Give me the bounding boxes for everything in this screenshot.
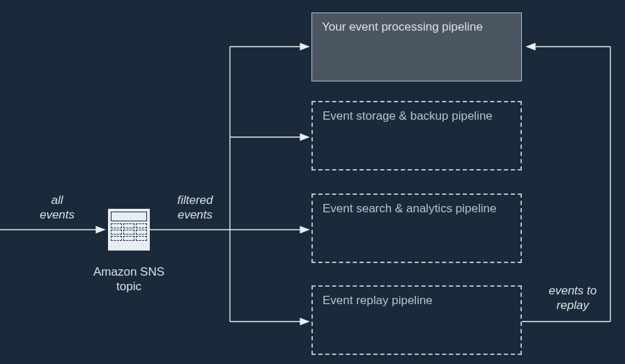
pipeline-replay-title: Event replay pipeline (323, 294, 433, 307)
sns-topic-caption: Amazon SNS topic (89, 264, 169, 294)
pipeline-storage-title: Event storage & backup pipeline (323, 109, 493, 122)
pipeline-processing-title: Your event processing pipeline (322, 20, 483, 33)
pipeline-analytics-box: Event search & analytics pipeline (311, 193, 522, 263)
label-all-events: all events (36, 193, 78, 223)
sns-topic-icon (108, 209, 150, 251)
pipeline-processing-box: Your event processing pipeline (311, 13, 522, 81)
label-events-to-replay: events to replay (541, 283, 604, 313)
pipeline-storage-box: Event storage & backup pipeline (311, 101, 522, 171)
label-filtered-events: filtered events (167, 193, 223, 223)
pipeline-replay-box: Event replay pipeline (311, 285, 522, 355)
pipeline-analytics-title: Event search & analytics pipeline (323, 202, 496, 215)
